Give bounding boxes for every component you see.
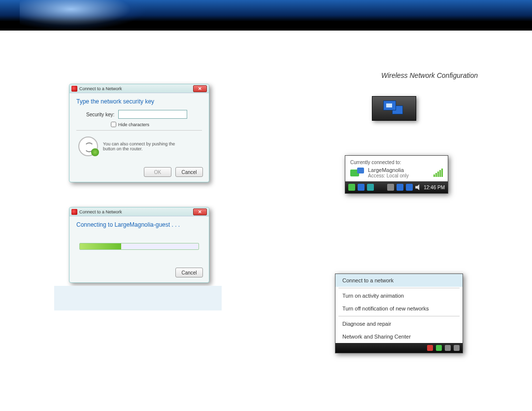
tray-icon[interactable] — [406, 184, 413, 191]
separator — [338, 288, 460, 288]
signal-bars-icon — [433, 169, 443, 177]
dialog-heading: Connecting to LargeMagnolia-guest . . . — [69, 216, 209, 231]
taskbar — [335, 343, 463, 353]
taskbar-clock: 12:46 PM — [424, 185, 445, 190]
wps-hint-text: You can also connect by pushing the butt… — [103, 141, 182, 151]
network-access: Access: Local only — [368, 173, 409, 178]
connecting-dialog: Connect to a Network ✕ Connecting to Lar… — [69, 207, 209, 283]
security-key-dialog: Connect to a Network ✕ Type the network … — [69, 84, 209, 182]
taskbar: 12:46 PM — [345, 181, 448, 193]
tray-icon[interactable] — [436, 345, 442, 351]
network-name: LargeMagnolia — [368, 167, 409, 173]
tray-network-icon[interactable] — [397, 184, 403, 191]
tray-icon[interactable] — [367, 184, 374, 191]
tray-icon[interactable] — [454, 345, 460, 351]
dialog-titlebar[interactable]: Connect to a Network ✕ — [69, 84, 209, 93]
menu-toggle-notifications[interactable]: Turn off notification of new networks — [335, 302, 463, 315]
ok-button[interactable]: OK — [144, 167, 171, 177]
progress-bar — [79, 243, 199, 250]
dialog-title: Connect to a Network — [79, 86, 122, 91]
page-banner — [0, 0, 532, 31]
tray-network-icon[interactable] — [372, 96, 416, 121]
connection-popup: Currently connected to: LargeMagnolia Ac… — [345, 155, 448, 194]
separator — [338, 316, 460, 316]
security-key-input[interactable] — [118, 110, 187, 119]
close-button[interactable]: ✕ — [193, 208, 207, 215]
security-key-label: Security key: — [86, 112, 114, 117]
menu-diagnose-repair[interactable]: Diagnose and repair — [335, 317, 463, 330]
close-button[interactable]: ✕ — [193, 85, 207, 92]
network-context-menu: Connect to a network Turn on activity an… — [335, 274, 463, 353]
monitor-icon — [383, 101, 396, 110]
hide-characters-label: Hide characters — [118, 122, 149, 127]
app-icon — [71, 209, 77, 215]
menu-activity-animation[interactable]: Turn on activity animation — [335, 289, 463, 302]
dialog-title: Connect to a Network — [79, 209, 122, 214]
menu-connect-to-network[interactable]: Connect to a network — [335, 274, 463, 287]
section-title: Wireless Network Configuration — [381, 71, 478, 79]
hide-characters-checkbox[interactable] — [111, 122, 116, 127]
app-icon — [71, 86, 77, 92]
connected-to-label: Currently connected to: — [350, 160, 443, 165]
cancel-button[interactable]: Cancel — [175, 268, 203, 277]
wps-icon — [78, 137, 98, 156]
tray-icon[interactable] — [445, 345, 451, 351]
cancel-button[interactable]: Cancel — [175, 167, 203, 177]
tray-icon[interactable] — [387, 184, 394, 191]
menu-network-sharing-center[interactable]: Network and Sharing Center — [335, 330, 463, 343]
tray-icon[interactable] — [427, 345, 433, 351]
connection-icon — [350, 168, 364, 178]
separator — [76, 130, 202, 131]
info-box — [54, 286, 222, 310]
tray-icon[interactable] — [348, 184, 355, 191]
dialog-heading: Type the network security key — [69, 93, 209, 108]
tray-icon[interactable] — [358, 184, 365, 191]
dialog-titlebar[interactable]: Connect to a Network ✕ — [69, 207, 209, 216]
volume-icon[interactable] — [415, 184, 420, 190]
